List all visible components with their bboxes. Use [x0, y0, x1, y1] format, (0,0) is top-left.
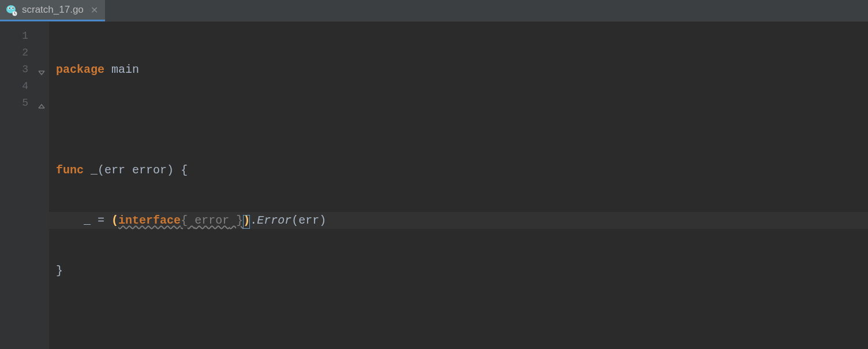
line-number-text: 5	[22, 97, 28, 109]
fold-open-icon[interactable]	[38, 66, 46, 74]
code-line[interactable]: package main	[49, 61, 868, 78]
line-number[interactable]: 1	[0, 28, 49, 44]
token-paren-match: (	[111, 214, 118, 227]
line-number[interactable]: 5	[0, 95, 49, 112]
token-brace: }	[229, 214, 243, 227]
code-line-current[interactable]: _ = (interface{ error }).Error(err)	[49, 212, 868, 229]
token-paren: )	[167, 164, 174, 177]
token-paren: )	[319, 214, 326, 227]
svg-point-4	[12, 8, 13, 9]
code-line[interactable]: func _(err error) {	[49, 162, 868, 179]
code-area[interactable]: package main func _(err error) { _ = (in…	[49, 22, 868, 349]
caret	[243, 215, 250, 229]
fold-close-icon[interactable]	[38, 99, 46, 107]
token-identifier: main	[111, 63, 139, 76]
editor: 1 2 3 4 5 package main func _(err error)…	[0, 22, 868, 349]
token-paren: (	[98, 164, 104, 177]
tab-label: scratch_17.go	[22, 4, 84, 16]
token-identifier: err	[298, 214, 319, 227]
token-keyword: func	[56, 164, 84, 177]
token-keyword: package	[56, 63, 104, 76]
file-tab[interactable]: scratch_17.go ✕	[0, 0, 105, 21]
token-brace: {	[181, 164, 188, 177]
line-number[interactable]: 4	[0, 78, 49, 95]
go-file-icon	[5, 3, 17, 16]
token-dot: .	[250, 214, 257, 227]
svg-point-3	[9, 8, 10, 9]
token-blank: _	[91, 164, 98, 177]
token-method: Error	[257, 214, 291, 227]
token-identifier: err	[104, 164, 125, 177]
close-icon[interactable]: ✕	[91, 5, 98, 16]
code-line[interactable]	[49, 112, 868, 128]
token-type: error	[132, 164, 167, 177]
tab-bar: scratch_17.go ✕	[0, 0, 868, 22]
token-brace: {	[181, 214, 194, 227]
token-keyword-warn: interface	[118, 214, 181, 227]
line-number[interactable]: 3	[0, 61, 49, 78]
line-number-text: 3	[22, 64, 28, 75]
code-line[interactable]: }	[49, 262, 868, 279]
token-type-warn: error	[194, 214, 229, 227]
token-blank: _	[84, 214, 91, 227]
line-number[interactable]: 2	[0, 44, 49, 61]
gutter: 1 2 3 4 5	[0, 22, 49, 349]
token-brace: }	[56, 264, 63, 277]
token-paren: (	[291, 214, 298, 227]
token-op: =	[98, 214, 104, 227]
